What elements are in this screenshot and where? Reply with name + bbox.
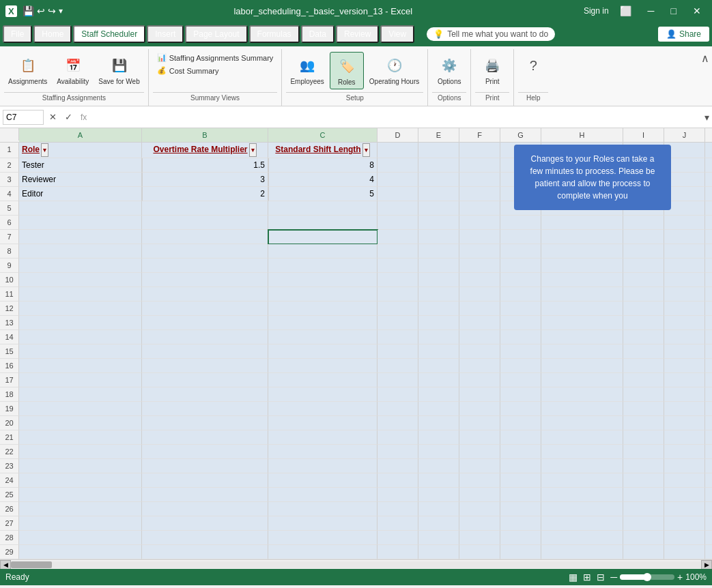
cell-j20[interactable] <box>664 416 705 430</box>
cell-g19[interactable] <box>500 402 541 416</box>
zoom-slider-thumb[interactable] <box>643 573 651 581</box>
cell-d9[interactable] <box>378 259 418 273</box>
cell-a27[interactable] <box>19 516 142 531</box>
cell-b14[interactable] <box>142 330 268 344</box>
cell-a1[interactable]: Role▾ <box>19 143 142 158</box>
cell-b27[interactable] <box>142 516 268 531</box>
cell-b5[interactable] <box>142 201 268 216</box>
col-header-k[interactable]: K <box>705 128 712 142</box>
cell-g7[interactable] <box>500 230 541 244</box>
cell-a22[interactable] <box>19 445 142 459</box>
collapse-ribbon-button[interactable]: ∧ <box>701 52 709 65</box>
cell-h6[interactable] <box>541 216 623 230</box>
page-layout-view-button[interactable]: ⊞ <box>583 572 591 583</box>
menu-file[interactable]: File <box>3 25 32 43</box>
cell-f8[interactable] <box>459 244 500 259</box>
cell-b13[interactable] <box>142 316 268 330</box>
cell-k21[interactable] <box>705 430 712 445</box>
cell-e16[interactable] <box>418 359 459 373</box>
col-header-d[interactable]: D <box>378 128 418 142</box>
cell-e10[interactable] <box>418 273 459 287</box>
cancel-formula-button[interactable]: ✕ <box>46 111 59 123</box>
cell-c4[interactable]: 5 <box>268 187 378 201</box>
cell-g14[interactable] <box>500 330 541 344</box>
cell-j11[interactable] <box>664 287 705 302</box>
redo-button[interactable]: ↪ <box>48 5 56 16</box>
cell-e3[interactable] <box>418 173 459 187</box>
cell-d4[interactable] <box>378 187 418 201</box>
cell-d2[interactable] <box>378 158 418 173</box>
cell-b6[interactable] <box>142 216 268 230</box>
cell-h17[interactable] <box>541 373 623 387</box>
cell-d24[interactable] <box>378 473 418 488</box>
cell-e21[interactable] <box>418 430 459 445</box>
cell-k8[interactable] <box>705 244 712 259</box>
cell-a11[interactable] <box>19 287 142 302</box>
cell-k11[interactable] <box>705 287 712 302</box>
cell-f17[interactable] <box>459 373 500 387</box>
cell-c13[interactable] <box>268 316 378 330</box>
save-for-web-button[interactable]: 💾 Save for Web <box>94 52 143 88</box>
cell-i26[interactable] <box>623 502 664 516</box>
col-header-j[interactable]: J <box>664 128 705 142</box>
cell-j9[interactable] <box>664 259 705 273</box>
row-num-15[interactable]: 15 <box>0 344 19 359</box>
cell-e18[interactable] <box>418 387 459 402</box>
cell-e2[interactable] <box>418 158 459 173</box>
menu-home[interactable]: Home <box>33 25 72 43</box>
cell-c15[interactable] <box>268 344 378 359</box>
cell-i29[interactable] <box>623 545 664 559</box>
cell-a15[interactable] <box>19 344 142 359</box>
cell-j15[interactable] <box>664 344 705 359</box>
roles-button[interactable]: 🏷️ Roles <box>330 52 364 89</box>
cell-b24[interactable] <box>142 473 268 488</box>
cell-f28[interactable] <box>459 531 500 545</box>
staffing-assignments-summary-button[interactable]: 📊 Staffing Assignments Summary <box>153 52 278 63</box>
cell-f10[interactable] <box>459 273 500 287</box>
menu-staff-scheduler[interactable]: Staff Scheduler <box>73 25 145 43</box>
cell-e11[interactable] <box>418 287 459 302</box>
scroll-right-button[interactable]: ▶ <box>701 560 712 570</box>
cell-e15[interactable] <box>418 344 459 359</box>
cell-f12[interactable] <box>459 302 500 316</box>
cell-b10[interactable] <box>142 273 268 287</box>
cell-j27[interactable] <box>664 516 705 531</box>
cell-g28[interactable] <box>500 531 541 545</box>
cell-b4[interactable]: 2 <box>142 187 268 201</box>
cell-e24[interactable] <box>418 473 459 488</box>
cell-a28[interactable] <box>19 531 142 545</box>
cell-k5[interactable] <box>705 201 712 216</box>
cell-k25[interactable] <box>705 488 712 502</box>
cell-b23[interactable] <box>142 459 268 473</box>
filter-overtime[interactable]: ▾ <box>249 143 257 157</box>
cell-g12[interactable] <box>500 302 541 316</box>
cell-k9[interactable] <box>705 259 712 273</box>
cell-k15[interactable] <box>705 344 712 359</box>
cell-a7[interactable] <box>19 230 142 244</box>
row-num-9[interactable]: 9 <box>0 259 19 273</box>
restore-button[interactable]: ⬜ <box>614 4 637 18</box>
row-num-20[interactable]: 20 <box>0 416 19 430</box>
cell-h16[interactable] <box>541 359 623 373</box>
cell-g6[interactable] <box>500 216 541 230</box>
cell-i6[interactable] <box>623 216 664 230</box>
cell-c6[interactable] <box>268 216 378 230</box>
cell-a18[interactable] <box>19 387 142 402</box>
cell-c18[interactable] <box>268 387 378 402</box>
filter-shift[interactable]: ▾ <box>362 143 370 157</box>
close-button[interactable]: ✕ <box>687 4 707 18</box>
cell-h11[interactable] <box>541 287 623 302</box>
row-num-5[interactable]: 5 <box>0 201 19 216</box>
cell-c11[interactable] <box>268 287 378 302</box>
cell-c3[interactable]: 4 <box>268 173 378 187</box>
cell-k18[interactable] <box>705 387 712 402</box>
cell-f25[interactable] <box>459 488 500 502</box>
cell-c16[interactable] <box>268 359 378 373</box>
cell-g20[interactable] <box>500 416 541 430</box>
cell-g21[interactable] <box>500 430 541 445</box>
cell-e27[interactable] <box>418 516 459 531</box>
scroll-left-button[interactable]: ◀ <box>0 560 11 570</box>
page-break-view-button[interactable]: ⊟ <box>597 572 605 583</box>
cell-f2[interactable] <box>459 158 500 173</box>
cell-d16[interactable] <box>378 359 418 373</box>
